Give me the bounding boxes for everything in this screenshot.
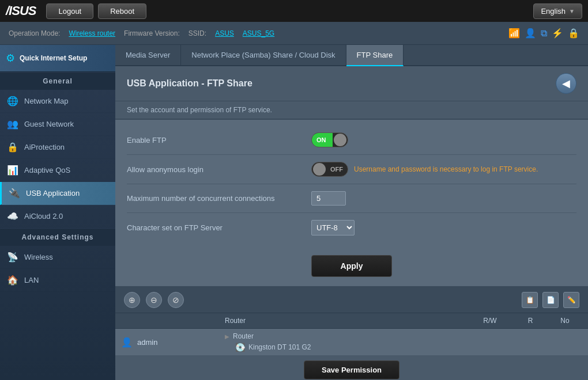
enable-ftp-row: Enable FTP ON [127,126,576,155]
sidebar-item-aicloud[interactable]: ☁️ AiCloud 2.0 [0,205,115,228]
sidebar-item-guest-network[interactable]: 👥 Guest Network [0,113,115,136]
asus-logo: /ISUS [6,3,36,18]
ssid-asus: ASUS [215,29,234,37]
col-header-r: R [513,317,548,325]
max-conn-control [311,191,346,206]
lan-icon: 🏠 [7,275,18,286]
status-bar: Operation Mode: Wireless router Firmware… [0,22,588,45]
sidebar-item-label: Network Map [24,97,69,105]
remove-icon: ⊖ [150,295,157,305]
logout-button[interactable]: Logout [46,3,93,19]
guest-network-icon: 👥 [7,119,18,130]
wireless-icon: 📡 [7,252,18,263]
operation-mode-value: Wireless router [69,29,115,37]
back-icon: ◀ [562,77,570,90]
content-panel: USB Application - FTP Share ◀ Set the ac… [115,66,588,380]
general-section-title: General [0,72,115,90]
firmware-label: Firmware Version: [124,29,180,37]
adaptive-qos-icon: 📊 [7,165,18,176]
sidebar-item-network-map[interactable]: 🌐 Network Map [0,90,115,113]
permission-section: ⊕ ⊖ ⊘ 📋 📄 ✏️ [115,286,588,380]
username-label: admin [137,338,157,347]
col-header-no: No [548,317,582,325]
table-row: 👤 admin ▶ Router 💽 Kingston DT 101 G2 [115,329,588,356]
apply-section: Apply [115,248,588,286]
drive-icon: 💽 [235,343,245,352]
signal-icon: 📶 [508,28,520,39]
perm-action-2[interactable]: 📄 [542,292,559,308]
remove-permission-button[interactable]: ⊖ [146,292,162,308]
operation-mode-label: Operation Mode: [9,29,60,37]
ssid-asus5g: ASUS_5G [243,29,274,37]
language-selector[interactable]: English ▼ [533,3,582,19]
reboot-button[interactable]: Reboot [98,3,146,19]
add-permission-button[interactable]: ⊕ [124,292,140,308]
save-permission-button[interactable]: Save Permission [304,360,399,379]
advanced-section-title: Advanced Settings [0,228,115,246]
toggle-on-label: ON [312,133,333,147]
sidebar-item-label: Wireless [24,253,53,261]
status-icons: 📶 👤 ⧉ ⚡ 🔒 [508,28,579,39]
sidebar-item-label: AiCloud 2.0 [24,212,63,221]
chevron-down-icon: ▼ [569,8,575,14]
perm-action-3[interactable]: ✏️ [563,292,579,308]
enable-ftp-toggle[interactable]: ON [311,132,348,147]
toggle-knob [334,134,346,146]
anon-warning-text: Username and password is necessary to lo… [354,165,538,173]
sidebar-item-usb-application[interactable]: 🔌 USB Application [0,182,115,205]
col-header-user [121,317,225,325]
enable-ftp-control: ON [311,132,348,147]
perm-actions-right: 📋 📄 ✏️ [522,292,579,308]
save-permission-section: Save Permission [115,356,588,380]
edit-permission-button[interactable]: ⊘ [168,292,184,308]
permission-toolbar: ⊕ ⊖ ⊘ 📋 📄 ✏️ [115,287,588,313]
allow-anon-toggle[interactable]: OFF [311,162,348,177]
usb-icon: ⚡ [552,28,563,39]
charset-control: UTF-8 UTF-16 ASCII [311,220,355,235]
sidebar-item-aiprotection[interactable]: 🔒 AiProtection [0,136,115,159]
person-icon: 👤 [525,28,536,39]
col-header-router: Router [225,317,467,325]
sidebar: ⚙ Quick Internet Setup General 🌐 Network… [0,45,115,380]
ssid-label: SSID: [189,29,206,37]
back-button[interactable]: ◀ [556,73,576,94]
sidebar-item-label: LAN [24,276,39,284]
quick-internet-setup[interactable]: ⚙ Quick Internet Setup [0,45,115,72]
panel-title: USB Application - FTP Share [127,78,252,89]
top-bar: /ISUS Logout Reboot English ▼ [0,0,588,22]
perm-action-1[interactable]: 📋 [522,292,538,308]
apply-button[interactable]: Apply [311,255,393,277]
charset-row: Character set on FTP Server UTF-8 UTF-16… [127,213,576,242]
language-label: English [541,7,566,16]
expand-icon[interactable]: ▶ [225,333,229,340]
tab-media-server[interactable]: Media Server [115,45,181,65]
tabs: Media Server Network Place (Samba) Share… [115,45,588,66]
panel-header: USB Application - FTP Share ◀ [115,66,588,101]
sidebar-item-adaptive-qos[interactable]: 📊 Adaptive QoS [0,159,115,182]
allow-anon-row: Allow anonymous login OFF Username and p… [127,155,576,184]
toggle-off-label: OFF [327,166,348,173]
toggle-knob-off [313,163,326,176]
enable-ftp-label: Enable FTP [127,136,311,145]
tab-ftp-share[interactable]: FTP Share [346,45,404,66]
charset-select[interactable]: UTF-8 UTF-16 ASCII [311,220,355,235]
router-label: Router [233,332,254,340]
tab-network-place[interactable]: Network Place (Samba) Share / Cloud Disk [181,45,346,65]
sidebar-item-label: AiProtection [24,143,65,151]
allow-anon-label: Allow anonymous login [127,165,311,174]
aiprotection-icon: 🔒 [7,142,18,153]
add-icon: ⊕ [129,295,135,305]
permission-table-header: Router R/W R No [115,313,588,329]
col-header-rw: R/W [467,317,513,325]
lock-icon: 🔒 [568,28,579,39]
perm-router-cell: ▶ Router 💽 Kingston DT 101 G2 [225,332,467,352]
copy-icon: ⧉ [541,28,547,39]
sidebar-item-lan[interactable]: 🏠 LAN [0,269,115,292]
aicloud-icon: ☁️ [7,211,18,222]
max-conn-input[interactable] [311,191,346,206]
sidebar-item-wireless[interactable]: 📡 Wireless [0,246,115,269]
sidebar-item-label: USB Application [26,189,80,197]
edit-icon: ⊘ [172,295,179,305]
network-map-icon: 🌐 [7,96,18,107]
drive-item: 💽 Kingston DT 101 G2 [225,343,467,352]
